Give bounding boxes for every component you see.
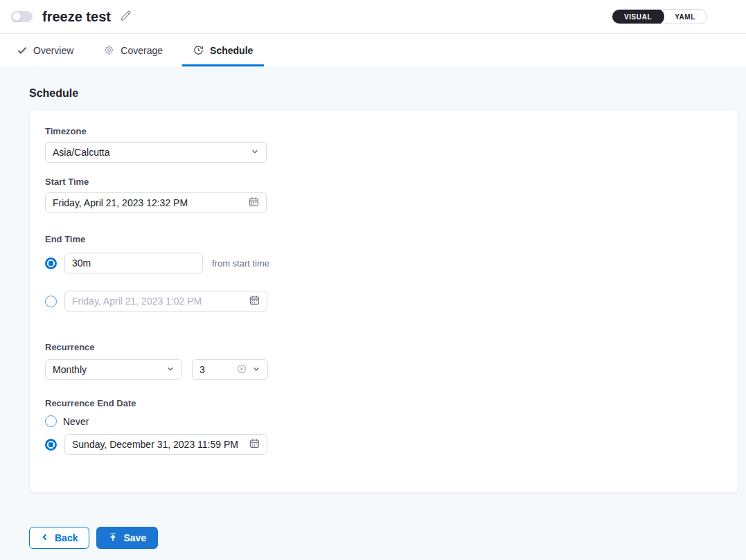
end-time-date-row bbox=[45, 291, 722, 311]
freeze-enabled-toggle[interactable] bbox=[11, 11, 33, 22]
calendar-icon[interactable] bbox=[249, 295, 260, 307]
tab-label: Coverage bbox=[121, 45, 163, 56]
tab-overview[interactable]: Overview bbox=[6, 34, 85, 66]
footer-actions: Back Save bbox=[29, 527, 738, 549]
check-icon bbox=[17, 46, 27, 55]
from-start-time-hint: from start time bbox=[212, 258, 269, 269]
start-time-field bbox=[45, 192, 267, 213]
edit-title-button[interactable] bbox=[119, 10, 132, 24]
tab-label: Schedule bbox=[210, 45, 253, 56]
schedule-card: Timezone Asia/Calcutta Start Time End Ti… bbox=[29, 109, 738, 493]
recurrence-never-row: Never bbox=[45, 415, 722, 427]
never-label: Never bbox=[63, 416, 89, 427]
end-time-date-radio[interactable] bbox=[45, 296, 57, 307]
section-heading: Schedule bbox=[29, 66, 738, 100]
recurrence-end-date-input[interactable] bbox=[72, 439, 249, 450]
tab-coverage[interactable]: Coverage bbox=[93, 34, 174, 66]
save-button[interactable]: Save bbox=[96, 527, 158, 549]
page-title: freeze test bbox=[42, 9, 111, 25]
end-time-duration-row: from start time bbox=[45, 253, 722, 273]
back-button-label: Back bbox=[55, 532, 78, 543]
visual-yaml-toggle: VISUAL YAML bbox=[612, 9, 707, 24]
recurrence-end-date-field bbox=[64, 434, 267, 455]
end-time-label: End Time bbox=[45, 234, 722, 244]
calendar-icon[interactable] bbox=[249, 197, 259, 209]
upload-arrow-icon bbox=[108, 532, 118, 544]
chevron-down-icon bbox=[166, 364, 175, 375]
tab-schedule[interactable]: Schedule bbox=[182, 34, 264, 66]
yaml-toggle-button[interactable]: YAML bbox=[664, 9, 707, 24]
timezone-select[interactable]: Asia/Calcutta bbox=[45, 142, 267, 163]
end-time-duration-radio[interactable] bbox=[45, 258, 57, 269]
recurrence-end-date-row bbox=[45, 434, 722, 455]
end-time-duration-field bbox=[64, 253, 203, 273]
schedule-clock-icon bbox=[193, 45, 204, 55]
end-time-date-input[interactable] bbox=[72, 296, 249, 307]
visual-toggle-button[interactable]: VISUAL bbox=[612, 9, 664, 24]
chevron-down-icon bbox=[252, 364, 260, 375]
end-time-date-field bbox=[64, 291, 267, 311]
recurrence-count-select[interactable]: 3 bbox=[192, 359, 268, 380]
recurrence-count-value: 3 bbox=[199, 364, 205, 375]
recurrence-type-select[interactable]: Monthly bbox=[45, 359, 182, 380]
recurrence-label: Recurrence bbox=[45, 342, 722, 352]
recurrence-end-date-label: Recurrence End Date bbox=[45, 398, 722, 408]
calendar-icon[interactable] bbox=[249, 438, 260, 451]
page-header: freeze test VISUAL YAML bbox=[0, 0, 746, 34]
gear-icon bbox=[104, 45, 114, 55]
end-time-duration-input[interactable] bbox=[72, 258, 195, 269]
save-button-label: Save bbox=[123, 532, 146, 543]
recurrence-end-date-radio[interactable] bbox=[45, 439, 57, 451]
schedule-panel: Schedule Timezone Asia/Calcutta Start Ti… bbox=[0, 66, 746, 559]
studio-tabbar: Overview Coverage Schedule bbox=[0, 34, 746, 66]
recurrence-row: Monthly 3 bbox=[45, 359, 722, 380]
circle-x-icon[interactable] bbox=[237, 364, 247, 376]
start-time-label: Start Time bbox=[45, 177, 722, 187]
back-button[interactable]: Back bbox=[29, 527, 89, 549]
chevron-down-icon bbox=[251, 147, 259, 158]
recurrence-type-value: Monthly bbox=[53, 364, 87, 375]
pencil-icon bbox=[119, 10, 132, 24]
toggle-knob bbox=[12, 12, 21, 21]
timezone-value: Asia/Calcutta bbox=[53, 147, 109, 158]
start-time-input[interactable] bbox=[53, 197, 249, 208]
chevron-left-icon bbox=[41, 532, 49, 543]
timezone-label: Timezone bbox=[45, 126, 722, 136]
tab-label: Overview bbox=[33, 45, 73, 56]
recurrence-never-radio[interactable] bbox=[45, 415, 57, 427]
